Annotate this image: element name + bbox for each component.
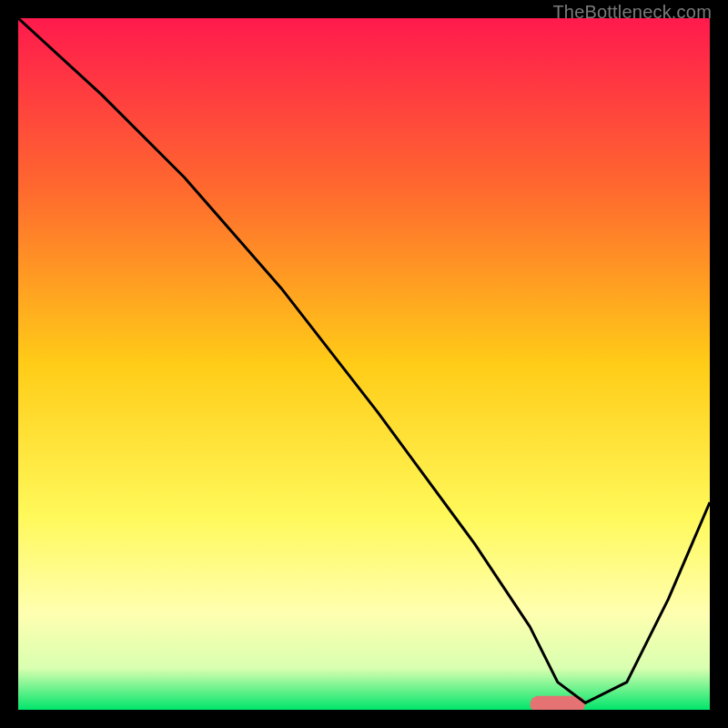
chart-background (18, 18, 710, 710)
bottleneck-chart (18, 18, 710, 710)
chart-svg (18, 18, 710, 710)
chart-frame: TheBottleneck.com (0, 0, 728, 728)
